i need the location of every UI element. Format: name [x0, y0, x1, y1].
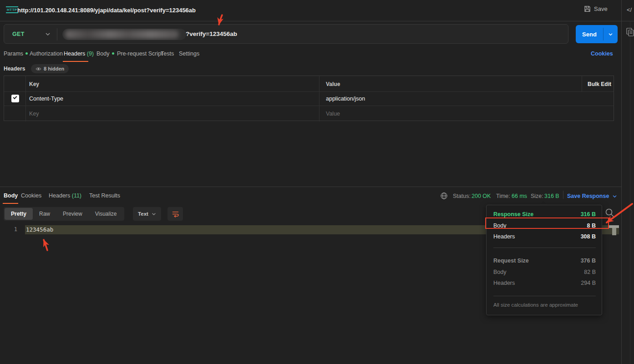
url-query-text[interactable]: ?verify=123456ab [186, 30, 237, 37]
method-chevron-down-icon[interactable] [45, 32, 51, 36]
format-value: Text [138, 211, 148, 217]
table-col-divider [319, 76, 320, 121]
view-raw-button[interactable]: Raw [33, 208, 56, 220]
response-tab-cookies[interactable]: Cookies [21, 192, 41, 199]
tab-body[interactable]: Body [96, 51, 114, 57]
response-tab-test-results[interactable]: Test Results [89, 192, 120, 199]
status-label: Status: [453, 193, 471, 199]
save-label: Save [594, 5, 608, 12]
eye-icon [36, 67, 41, 71]
request-size-row: Request Size 376 B [493, 258, 596, 264]
response-tabs: Body Cookies Headers (11) Test Results S… [0, 190, 621, 204]
save-response-chevron-icon[interactable] [612, 195, 617, 198]
redacted-url-segment [62, 29, 186, 40]
response-headers-size-row: Headers 308 B [493, 233, 596, 240]
wrap-text-icon [172, 211, 179, 217]
header-key-cell[interactable]: Content-Type [29, 96, 63, 102]
table-col-divider [25, 76, 26, 121]
format-chevron-down-icon [152, 212, 156, 216]
hidden-headers-label: 8 hidden [44, 66, 64, 71]
headers-section-title: Headers [4, 66, 25, 72]
tab-headers[interactable]: Headers (9) [64, 51, 94, 57]
tab-settings[interactable]: Settings [179, 51, 199, 57]
request-body-size-row: Body 82 B [493, 269, 596, 275]
save-button[interactable]: Save [584, 5, 608, 12]
hidden-headers-toggle[interactable]: 8 hidden [31, 64, 69, 73]
column-header-value: Value [326, 81, 340, 87]
status-strip-divider [563, 191, 563, 199]
wrap-text-button[interactable] [167, 207, 183, 221]
size-label: Size: [531, 193, 543, 199]
send-label[interactable]: Send [576, 25, 603, 43]
search-icon[interactable] [604, 207, 615, 218]
time-value[interactable]: 66 ms [512, 193, 527, 199]
column-header-key: Key [29, 81, 39, 87]
annotation-arrow-body [44, 240, 47, 250]
response-body-text[interactable]: 123456ab [26, 226, 53, 233]
table-row-divider [4, 91, 614, 92]
tab-params[interactable]: Params [4, 51, 28, 57]
line-number: 1 [8, 226, 17, 233]
view-mode-segmented-control: Pretty Raw Preview Visualize [4, 207, 124, 221]
params-dot-icon [25, 52, 28, 55]
http-method-icon: HTTP [6, 6, 18, 13]
postman-app-window: HTTP http://101.200.148.241:8089/yjapi/d… [0, 0, 634, 364]
popup-divider [493, 296, 596, 296]
view-visualize-button[interactable]: Visualize [89, 208, 123, 220]
right-rail-divider-2 [630, 21, 630, 364]
save-icon [584, 5, 591, 12]
response-body-size-row: Body 8 B [493, 222, 596, 229]
url-bar-divider [57, 28, 57, 40]
editor-scroll-thumb[interactable] [612, 228, 616, 235]
time-label: Time: [496, 193, 510, 199]
url-input-bar[interactable]: GET ?verify=123456ab [4, 24, 568, 44]
new-header-key-input[interactable]: Key [29, 111, 39, 117]
tab-authorization[interactable]: Authorization [30, 51, 63, 57]
size-popup-footnote: All size calculations are approximate [493, 302, 598, 308]
code-snippet-icon[interactable]: </ [627, 6, 632, 13]
header-enabled-checkbox[interactable] [11, 95, 19, 102]
table-row-divider [4, 106, 614, 106]
save-response-button[interactable]: Save Response [567, 193, 609, 199]
method-selector[interactable]: GET [12, 31, 25, 37]
request-title-url: http://101.200.148.241:8089/yjapi/data/k… [17, 7, 196, 14]
tab-prerequest-script[interactable]: Pre-request Script [117, 51, 163, 57]
format-dropdown[interactable]: Text [133, 207, 161, 221]
request-tabs: Params Authorization Headers (9) Body Pr… [0, 48, 621, 62]
tab-tests[interactable]: Tests [161, 51, 174, 57]
request-response-divider[interactable] [0, 187, 621, 187]
request-title-bar: HTTP http://101.200.148.241:8089/yjapi/d… [0, 0, 634, 21]
bulk-edit-button[interactable]: Bulk Edit [588, 81, 611, 87]
size-popup-caret [540, 201, 547, 205]
headers-section-header: Headers 8 hidden [0, 64, 621, 76]
new-header-value-input[interactable]: Value [326, 111, 340, 117]
right-rail-divider [621, 0, 622, 364]
body-dot-icon [112, 52, 114, 55]
send-button[interactable]: Send [576, 25, 618, 43]
status-value[interactable]: 200 OK [472, 193, 491, 199]
cookies-link[interactable]: Cookies [591, 51, 613, 57]
view-pretty-button[interactable]: Pretty [5, 208, 33, 220]
send-options-chevron[interactable] [604, 25, 618, 43]
documentation-icon[interactable] [626, 27, 634, 36]
response-size-row: Response Size 316 B [493, 211, 596, 217]
size-value[interactable]: 316 B [544, 193, 559, 199]
response-size-popup: Response Size 316 B Body 8 B Headers 308… [486, 205, 602, 315]
table-col-divider [582, 76, 582, 91]
active-tab-underline [63, 61, 88, 62]
headers-table: Key Value Bulk Edit Content-Type applica… [4, 76, 614, 121]
checkmark-icon [13, 95, 17, 99]
response-tab-body[interactable]: Body [4, 192, 18, 199]
active-response-tab-underline [3, 203, 18, 204]
popup-divider [493, 248, 596, 248]
globe-icon[interactable] [440, 192, 448, 200]
request-headers-size-row: Headers 294 B [493, 280, 596, 286]
header-value-cell[interactable]: application/json [326, 96, 365, 102]
view-preview-button[interactable]: Preview [56, 208, 89, 220]
response-tab-headers[interactable]: Headers (11) [49, 192, 81, 199]
